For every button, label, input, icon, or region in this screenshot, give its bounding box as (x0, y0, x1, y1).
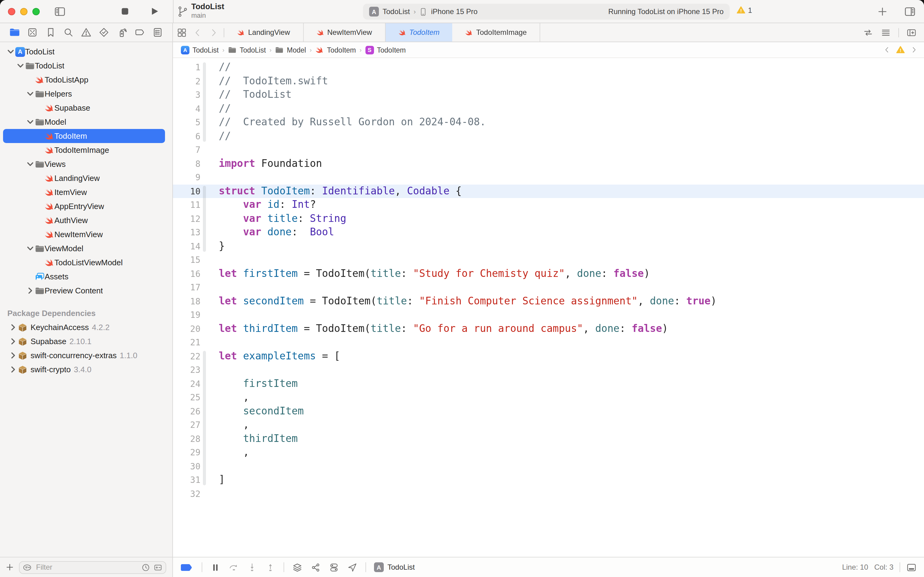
package-item[interactable]: Supabase2.10.1 (3, 334, 165, 348)
code-line-3[interactable]: 3 // TodoList (173, 88, 924, 102)
run-button[interactable] (149, 6, 159, 16)
view-hierarchy-icon[interactable] (292, 562, 303, 572)
disclosure-closed-icon[interactable] (8, 323, 18, 332)
code-line-4[interactable]: 4 // (173, 102, 924, 116)
tree-item[interactable]: AppEntryView (3, 199, 165, 213)
tree-item[interactable]: AuthView (3, 213, 165, 227)
code-line-6[interactable]: 6 // (173, 129, 924, 143)
toggle-left-sidebar-icon[interactable] (54, 5, 66, 18)
tree-item[interactable]: TodoListApp (3, 73, 165, 87)
tree-item[interactable]: LandingView (3, 171, 165, 185)
step-over-icon[interactable] (229, 562, 239, 572)
code-line-23[interactable]: 23 (173, 363, 924, 377)
minimap-icon[interactable] (881, 27, 891, 38)
nav-debug[interactable] (116, 27, 127, 38)
tree-item[interactable]: TodoList (3, 59, 165, 73)
nav-reports[interactable] (152, 27, 163, 38)
tree-item[interactable]: ItemView (3, 185, 165, 199)
filter-field[interactable] (19, 561, 166, 574)
code-line-25[interactable]: 25 , (173, 390, 924, 405)
breadcrumb-item[interactable]: Model (275, 45, 306, 54)
disclosure-open-icon[interactable] (16, 61, 25, 70)
add-file-button[interactable] (5, 562, 14, 572)
tree-item[interactable]: Assets (3, 269, 165, 284)
breadcrumb-item[interactable]: STodoItem (365, 45, 406, 54)
code-line-17[interactable]: 17 (173, 280, 924, 294)
tree-item[interactable]: Helpers (3, 87, 165, 101)
disclosure-open-icon[interactable] (26, 244, 35, 253)
tree-item[interactable]: TodoItemImage (3, 143, 165, 157)
fold-ribbon[interactable] (203, 186, 206, 251)
disclosure-closed-icon[interactable] (8, 337, 18, 346)
code-line-28[interactable]: 28 thirdItem (173, 432, 924, 446)
breadcrumb-item[interactable]: TodoList (228, 45, 266, 54)
tree-item[interactable]: ViewModel (3, 242, 165, 256)
nav-bookmarks[interactable] (45, 27, 56, 38)
toggle-debug-area-icon[interactable] (906, 562, 917, 572)
source-control-filter-icon[interactable] (153, 562, 163, 572)
code-line-11[interactable]: 11 var id: Int? (173, 198, 924, 212)
tree-item[interactable]: Views (3, 157, 165, 171)
code-line-27[interactable]: 27 , (173, 418, 924, 432)
step-out-icon[interactable] (265, 562, 275, 572)
breakpoints-toggle-icon[interactable] (180, 562, 194, 572)
tree-item[interactable]: Preview Content (3, 284, 165, 298)
memory-graph-icon[interactable] (311, 562, 321, 572)
code-line-32[interactable]: 32 (173, 487, 924, 501)
environment-overrides-icon[interactable] (329, 562, 339, 572)
disclosure-closed-icon[interactable] (8, 365, 18, 374)
code-line-12[interactable]: 12 var title: String (173, 212, 924, 226)
filter-input[interactable] (35, 562, 138, 572)
code-line-24[interactable]: 24 firstItem (173, 377, 924, 390)
tree-item[interactable]: ATodoList (3, 45, 165, 59)
running-process[interactable]: A TodoList (374, 562, 415, 572)
next-issue-icon[interactable] (910, 46, 918, 54)
nav-issues[interactable] (80, 27, 92, 38)
breadcrumb-item[interactable]: ATodoList (181, 45, 219, 54)
disclosure-open-icon[interactable] (26, 118, 35, 126)
code-line-7[interactable]: 7 (173, 143, 924, 157)
disclosure-closed-icon[interactable] (8, 351, 18, 360)
breadcrumb-item[interactable]: TodoItem (316, 45, 356, 54)
nav-changes[interactable] (27, 27, 38, 38)
step-into-icon[interactable] (247, 562, 257, 572)
source-editor[interactable]: 1 // 2 // TodoItem.swift 3 // TodoList 4… (173, 58, 924, 557)
code-line-9[interactable]: 9 (173, 171, 924, 184)
simulate-location-icon[interactable] (347, 562, 357, 572)
disclosure-open-icon[interactable] (26, 90, 35, 98)
scheme-name[interactable]: TodoList (383, 7, 410, 16)
issue-warning-icon[interactable] (896, 45, 905, 55)
tree-item[interactable]: TodoListViewModel (3, 256, 165, 269)
editor-tab-TodoItem[interactable]: TodoItem (385, 23, 452, 42)
nav-find[interactable] (63, 27, 74, 38)
editor-tab-NewItemView[interactable]: NewItemView (303, 23, 385, 42)
tree-item[interactable]: TodoItem (3, 129, 165, 143)
go-back-icon[interactable] (193, 27, 203, 38)
zoom-button[interactable] (32, 8, 40, 15)
stop-button[interactable] (120, 6, 130, 16)
code-line-10[interactable]: 10 struct TodoItem: Identifiable, Codabl… (173, 184, 924, 198)
pause-icon[interactable] (210, 562, 221, 572)
activity-status[interactable]: Running TodoList on iPhone 15 Pro (608, 7, 724, 16)
code-line-18[interactable]: 18 let secondItem = TodoItem(title: "Fin… (173, 294, 924, 308)
code-line-19[interactable]: 19 (173, 308, 924, 322)
code-line-16[interactable]: 16 let firstItem = TodoItem(title: "Stud… (173, 267, 924, 280)
code-line-8[interactable]: 8 import Foundation (173, 157, 924, 171)
code-line-31[interactable]: 31 ] (173, 473, 924, 487)
nav-breakpoints[interactable] (134, 27, 145, 38)
code-line-2[interactable]: 2 // TodoItem.swift (173, 74, 924, 88)
nav-project[interactable] (9, 27, 20, 38)
code-line-5[interactable]: 5 // Created by Russell Gordon on 2024-0… (173, 116, 924, 129)
fold-ribbon[interactable] (203, 351, 206, 485)
code-line-14[interactable]: 14 } (173, 239, 924, 253)
code-line-15[interactable]: 15 (173, 253, 924, 267)
go-forward-icon[interactable] (208, 27, 219, 38)
close-button[interactable] (8, 8, 15, 15)
disclosure-open-icon[interactable] (26, 160, 35, 168)
code-review-icon[interactable] (863, 27, 873, 38)
code-line-30[interactable]: 30 (173, 459, 924, 473)
minimize-button[interactable] (20, 8, 27, 15)
warning-count-chip[interactable]: 1 (736, 5, 752, 15)
toggle-right-sidebar-icon[interactable] (904, 5, 916, 18)
code-line-20[interactable]: 20 let thirdItem = TodoItem(title: "Go f… (173, 322, 924, 335)
